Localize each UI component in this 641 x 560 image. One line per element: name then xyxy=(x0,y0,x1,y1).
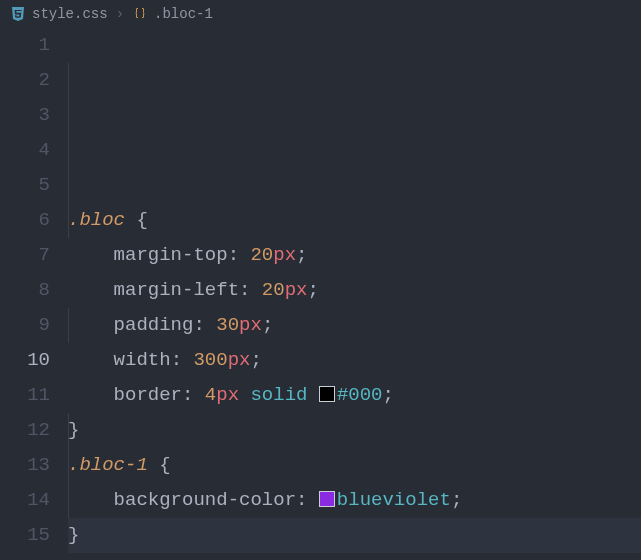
line-number: 5 xyxy=(0,168,50,203)
code-editor[interactable]: 123456789101112131415 .bloc { margin-top… xyxy=(0,28,641,560)
code-line[interactable]: .bloc-1 { xyxy=(68,448,641,483)
code-line[interactable]: margin-top: 20px; xyxy=(68,238,641,273)
line-number: 6 xyxy=(0,203,50,238)
code-line[interactable]: width: 300px; xyxy=(68,343,641,378)
code-line[interactable]: .bloc { xyxy=(68,203,641,238)
color-swatch-icon[interactable] xyxy=(319,491,335,507)
breadcrumb-separator: › xyxy=(116,6,124,22)
code-line[interactable]: } xyxy=(68,518,641,553)
code-line[interactable]: padding: 30px; xyxy=(68,308,641,343)
line-number: 11 xyxy=(0,378,50,413)
code-area[interactable]: .bloc { margin-top: 20px; margin-left: 2… xyxy=(68,28,641,560)
line-number: 8 xyxy=(0,273,50,308)
line-number: 9 xyxy=(0,308,50,343)
line-number: 7 xyxy=(0,238,50,273)
code-line[interactable]: border: 4px solid #000; xyxy=(68,378,641,413)
code-line[interactable]: margin-left: 20px; xyxy=(68,273,641,308)
indent-guide xyxy=(68,413,69,518)
line-number: 10 xyxy=(0,343,50,378)
line-number: 1 xyxy=(0,28,50,63)
line-number: 3 xyxy=(0,98,50,133)
breadcrumb[interactable]: style.css › .bloc-1 xyxy=(0,0,641,28)
code-line[interactable]: .bloc-2 { xyxy=(68,553,641,560)
line-number: 4 xyxy=(0,133,50,168)
css-rule-icon xyxy=(132,6,148,22)
line-number: 13 xyxy=(0,448,50,483)
indent-guide xyxy=(68,63,69,238)
breadcrumb-filename[interactable]: style.css xyxy=(32,6,108,22)
code-line[interactable]: } xyxy=(68,413,641,448)
line-number: 14 xyxy=(0,483,50,518)
line-number: 15 xyxy=(0,518,50,553)
css-file-icon xyxy=(10,6,26,22)
code-line[interactable]: background-color: blueviolet; xyxy=(68,483,641,518)
line-number: 12 xyxy=(0,413,50,448)
line-number: 2 xyxy=(0,63,50,98)
line-number-gutter: 123456789101112131415 xyxy=(0,28,68,560)
indent-guide xyxy=(68,308,69,343)
color-swatch-icon[interactable] xyxy=(319,386,335,402)
breadcrumb-symbol[interactable]: .bloc-1 xyxy=(154,6,213,22)
